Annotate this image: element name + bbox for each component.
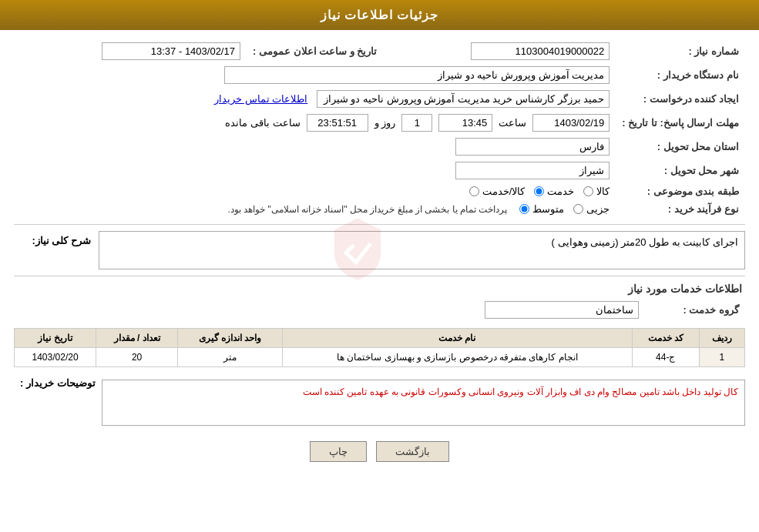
contact-link[interactable]: اطلاعات تماس خریدار (214, 93, 307, 105)
page-wrapper: جزئیات اطلاعات نیاز شماره نیاز : 1103004… (0, 0, 759, 532)
col-date: تاریخ نیاز (15, 329, 96, 348)
purchase-type-row: جزیی متوسط پرداخت تمام یا بخشی از مبلغ خ… (14, 200, 616, 218)
content-area: شماره نیاز : 1103004019000022 تاریخ و سا… (0, 30, 759, 480)
remaining-label: ساعت باقی مانده (225, 117, 300, 129)
purchase-radio-motavasset: متوسط (519, 203, 564, 215)
cell-name: انجام کارهای متفرقه درخصوص بازسازی و بهس… (282, 348, 632, 367)
need-number-label: شماره نیاز : (616, 39, 745, 63)
need-desc-label: شرح کلی نیاز: (14, 231, 91, 246)
response-deadline-label: مهلت ارسال پاسخ: تا تاریخ : (616, 111, 745, 135)
buyer-notes-value: کال تولید داخل باشد تامین مصالح وام دی ا… (303, 386, 738, 397)
announcement-date-value: 1403/02/17 - 13:37 (14, 39, 247, 63)
response-day-label: روز و (374, 117, 396, 129)
city-value: شیراز (14, 159, 616, 182)
col-name: نام خدمت (282, 329, 632, 348)
announcement-date-box: 1403/02/17 - 13:37 (102, 42, 240, 60)
buyer-notes-section: کال تولید داخل باشد تامین مصالح وام دی ا… (14, 373, 745, 432)
province-box: فارس (455, 138, 610, 156)
col-row: ردیف (699, 329, 744, 348)
creator-label: ایجاد کننده درخواست : (616, 87, 745, 111)
category-radio-kala-khedmat: کالا/خدمت (469, 186, 526, 197)
need-desc-box: اجرای کابینت به طول 20متر (زمینی وهوایی … (99, 231, 745, 269)
province-value: فارس (14, 135, 616, 159)
purchase-radio-jozi: جزیی (573, 203, 610, 215)
response-time-box: 13:45 (438, 114, 492, 132)
need-desc-section: اجرای کابینت به طول 20متر (زمینی وهوایی … (14, 231, 745, 269)
service-group-label: گروه خدمت : (645, 298, 745, 322)
buyer-org-box: مدیریت آموزش وپرورش ناحیه دو شیراز (224, 66, 610, 84)
category-label: طبقه بندی موضوعی : (616, 182, 745, 200)
creator-value: حمید برزگر کارشناس خرید مدیریت آموزش وپر… (14, 87, 616, 111)
need-desc-container: اجرای کابینت به طول 20متر (زمینی وهوایی … (99, 231, 745, 269)
divider-2 (14, 276, 745, 276)
buyer-notes-label: توضیحات خریدار : (14, 373, 102, 393)
table-row: 1 ج-44 انجام کارهای متفرقه درخصوص بازساز… (15, 348, 745, 367)
remaining-time-box: 23:51:51 (307, 114, 368, 132)
purchase-type-label: نوع فرآیند خرید : (616, 200, 745, 218)
cell-date: 1403/02/20 (15, 348, 96, 367)
services-table: ردیف کد خدمت نام خدمت واحد اندازه گیری ت… (14, 328, 745, 367)
purchase-note: پرداخت تمام یا بخشی از مبلغ خریداز محل "… (227, 204, 507, 215)
radio-jozi[interactable] (573, 204, 583, 214)
col-qty: تعداد / مقدار (96, 329, 178, 348)
col-unit: واحد اندازه گیری (178, 329, 283, 348)
cell-row: 1 (699, 348, 744, 367)
radio-kala[interactable] (583, 186, 593, 196)
back-button[interactable]: بازگشت (376, 441, 449, 462)
col-code: کد خدمت (632, 329, 699, 348)
buyer-notes-box: کال تولید داخل باشد تامین مصالح وام دی ا… (102, 380, 745, 426)
response-time-label: ساعت (499, 117, 526, 129)
radio-khedmat[interactable] (534, 186, 544, 196)
announcement-date-label: تاریخ و ساعت اعلان عمومی : (247, 39, 383, 63)
print-button[interactable]: چاپ (310, 441, 367, 462)
cell-qty: 20 (96, 348, 178, 367)
province-label: استان محل تحویل : (616, 135, 745, 159)
category-radio-group: کالا خدمت کالا/خدمت (20, 186, 610, 197)
response-days-box: 1 (401, 114, 432, 132)
response-date-box: 1403/02/19 (532, 114, 610, 132)
buyer-org-value: مدیریت آموزش وپرورش ناحیه دو شیراز (14, 63, 616, 87)
radio-motavasset[interactable] (519, 204, 529, 214)
buttons-row: بازگشت چاپ (14, 441, 745, 462)
need-number-value: 1103004019000022 (383, 39, 616, 63)
cell-code: ج-44 (632, 348, 699, 367)
need-number-box: 1103004019000022 (471, 42, 610, 60)
category-options: کالا خدمت کالا/خدمت (14, 182, 616, 200)
page-title: جزئیات اطلاعات نیاز (321, 8, 439, 22)
city-label: شهر محل تحویل : (616, 159, 745, 182)
service-group-table: گروه خدمت : ساختمان (14, 298, 745, 322)
buyer-org-label: نام دستگاه خریدار : (616, 63, 745, 87)
page-header: جزئیات اطلاعات نیاز (0, 0, 759, 30)
category-radio-kala: کالا (583, 186, 610, 197)
main-info-table: شماره نیاز : 1103004019000022 تاریخ و سا… (14, 39, 745, 218)
creator-box: حمید برزگر کارشناس خرید مدیریت آموزش وپر… (317, 90, 610, 108)
service-group-box: ساختمان (485, 301, 639, 319)
service-group-value: ساختمان (14, 298, 645, 322)
radio-kala-khedmat[interactable] (469, 186, 479, 196)
category-radio-khedmat: خدمت (534, 186, 574, 197)
services-section-label: اطلاعات خدمات مورد نیاز (14, 283, 745, 295)
purchase-radio-group: جزیی متوسط (519, 203, 610, 215)
cell-unit: متر (178, 348, 283, 367)
response-deadline-row: 1403/02/19 ساعت 13:45 1 روز و 23:51:51 (14, 111, 616, 135)
city-box: شیراز (455, 162, 610, 179)
need-desc-value: اجرای کابینت به طول 20متر (زمینی وهوایی … (552, 236, 738, 248)
divider-1 (14, 224, 745, 225)
